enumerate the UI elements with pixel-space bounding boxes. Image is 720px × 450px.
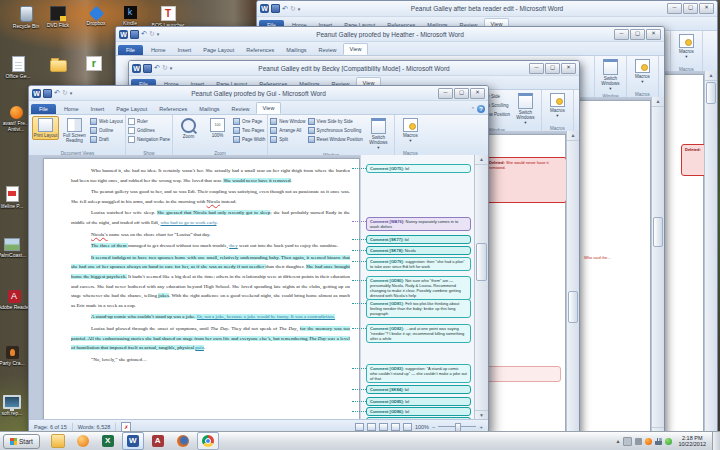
print-layout-button[interactable]: Print Layout (32, 116, 59, 140)
checkbox-icon[interactable] (128, 118, 135, 125)
close-button[interactable]: ✕ (699, 3, 714, 14)
qat-dropdown-icon[interactable]: ▾ (157, 31, 160, 37)
close-button[interactable]: ✕ (646, 29, 661, 40)
zoom-level[interactable]: 100% (415, 424, 429, 430)
desktop-icon-party[interactable]: Party Cra... (0, 346, 30, 366)
full-screen-view-icon[interactable] (367, 423, 376, 431)
zoom-slider[interactable] (438, 426, 476, 427)
checkbox-icon[interactable] (128, 136, 135, 143)
power-icon[interactable] (623, 437, 632, 446)
save-icon[interactable] (43, 89, 52, 98)
save-icon[interactable] (143, 64, 152, 73)
qat-dropdown-icon[interactable]: ▾ (170, 65, 173, 71)
taskbar-explorer-button[interactable] (47, 432, 69, 450)
maximize-button[interactable]: ▢ (630, 29, 645, 40)
comment-bubble[interactable]: Comment [GD85]: lol (366, 397, 471, 406)
macros-button[interactable]: Macros▾ (629, 57, 656, 86)
taskbar-word-button[interactable]: W (122, 432, 144, 450)
tab-page-layout[interactable]: Page Layout (110, 104, 153, 114)
maximize-button[interactable]: ▢ (683, 3, 698, 14)
taskbar-wmp-button[interactable] (72, 432, 94, 450)
comment-bubble[interactable]: Comment [GD86]: lol (366, 407, 471, 416)
proofing-error-icon[interactable]: ✗ (121, 422, 131, 432)
outline-view-icon[interactable] (391, 423, 400, 431)
maximize-button[interactable]: ▢ (454, 88, 469, 99)
tab-file[interactable]: File (31, 104, 56, 114)
desktop-icon-photo[interactable]: PalmCoast... (0, 236, 30, 258)
scroll-up-icon[interactable]: ▲ (652, 97, 664, 107)
taskbar-excel-button[interactable]: X (97, 432, 119, 450)
scroll-thumb[interactable] (653, 217, 663, 247)
comment-bubble[interactable]: Comment [GD75]: lol (366, 164, 471, 173)
split-button[interactable]: Split (270, 136, 305, 143)
save-icon[interactable] (271, 4, 280, 13)
desktop-icon-kindle[interactable]: Kindle (112, 6, 148, 26)
tab-home[interactable]: Home (145, 45, 172, 55)
tab-insert[interactable]: Insert (172, 45, 198, 55)
comment-bubble[interactable]: Comment [GD83]: suggestion: “A stand-up … (366, 364, 471, 383)
tab-mailings[interactable]: Mailings (193, 104, 225, 114)
tray-expand-icon[interactable]: ▲ (616, 438, 621, 444)
redo-icon[interactable]: ↻ (162, 64, 168, 72)
switch-windows-button[interactable]: Switch Windows▾ (365, 116, 392, 152)
comment-bubble[interactable]: Comment [SK84]: lol (366, 385, 471, 394)
zoom-out-icon[interactable]: − (432, 424, 436, 430)
word-count[interactable]: Words: 6,528 (78, 424, 111, 430)
tab-references[interactable]: References (240, 45, 280, 55)
tab-view[interactable]: View (343, 43, 369, 55)
new-window-button[interactable]: New Window (270, 118, 305, 125)
comment-bubble[interactable]: Comment [SK78]: Nicola (366, 246, 471, 255)
two-pages-button[interactable]: Two Pages (233, 127, 265, 134)
tab-references[interactable]: References (153, 104, 193, 114)
redo-icon[interactable]: ↻ (62, 89, 68, 97)
clock[interactable]: 2:18 PM 10/22/2012 (675, 435, 709, 448)
synchronous-scrolling-button[interactable]: Synchronous Scrolling (308, 127, 363, 134)
comment-bubble[interactable]: Comment [SK77]: lol (366, 235, 471, 244)
document-page[interactable]: Who banned it, she had no idea. It certa… (43, 158, 360, 420)
draft-view-icon[interactable] (403, 423, 412, 431)
outline-button[interactable]: Outline (90, 127, 123, 134)
web-layout-view-icon[interactable] (379, 423, 388, 431)
tab-insert[interactable]: Insert (85, 104, 111, 114)
desktop-icon-folder[interactable] (40, 56, 76, 73)
close-button[interactable]: ✕ (561, 63, 576, 74)
document-text[interactable]: Who banned it, she had no idea. It certa… (71, 166, 350, 419)
action-center-icon[interactable] (635, 438, 642, 445)
undo-icon[interactable]: ↶ (141, 30, 147, 38)
minimize-button[interactable]: ─ (438, 88, 453, 99)
switch-windows-button[interactable]: Switch Windows▾ (597, 57, 624, 93)
desktop-icon-dropbox[interactable]: Dropbox (78, 6, 114, 26)
tab-mailings[interactable]: Mailings (280, 45, 312, 55)
show-desktop-button[interactable] (712, 432, 720, 450)
navigation-pane-checkbox[interactable]: Navigation Pane (128, 136, 170, 143)
title-bar[interactable]: W ↶ ↻ ▾ Peanut Galley proofed by Gui - M… (29, 86, 488, 101)
save-icon[interactable] (130, 30, 139, 39)
document-area[interactable]: Who banned it, she had no idea. It certa… (29, 155, 488, 420)
scroll-up-icon[interactable]: ▲ (705, 71, 717, 81)
scroll-thumb[interactable] (706, 82, 716, 104)
gridlines-checkbox[interactable]: Gridlines (128, 127, 170, 134)
tab-review[interactable]: Review (313, 45, 343, 55)
full-screen-reading-button[interactable]: Full Screen Reading (61, 116, 88, 145)
scroll-thumb[interactable] (476, 243, 487, 281)
desktop-icon-r[interactable] (76, 56, 112, 72)
zoom-100-button[interactable]: 100 100% (204, 116, 231, 140)
desktop-icon-recycle[interactable]: Recycle Bin (8, 6, 44, 29)
avast-tray-icon[interactable] (645, 438, 652, 445)
deleted-text-balloon[interactable]: Deleted: She would never have it removed… (485, 157, 567, 203)
title-bar[interactable]: W ↶ ↻ ▾ Peanut Galley edit by Becky [Com… (129, 61, 579, 76)
page-width-button[interactable]: Page Width (233, 136, 265, 143)
maximize-button[interactable]: ▢ (545, 63, 560, 74)
start-button[interactable]: Start (3, 434, 40, 449)
desktop-icon-dvd[interactable]: DVD Flick (40, 6, 76, 28)
taskbar-access-button[interactable]: A (147, 432, 169, 450)
zoom-in-icon[interactable]: + (479, 424, 483, 430)
scroll-up-icon[interactable]: ▲ (567, 131, 579, 141)
ruler-checkbox[interactable]: Ruler (128, 118, 170, 125)
arrange-all-button[interactable]: Arrange All (270, 127, 305, 134)
comment-bubble[interactable]: Comment [GD82]: …and at one point was sa… (366, 324, 471, 343)
tab-page-layout[interactable]: Page Layout (197, 45, 240, 55)
checkbox-icon[interactable] (128, 127, 135, 134)
help-icon[interactable]: ? (477, 105, 485, 113)
desktop-icon-monitor[interactable]: soft rep... (0, 394, 30, 416)
